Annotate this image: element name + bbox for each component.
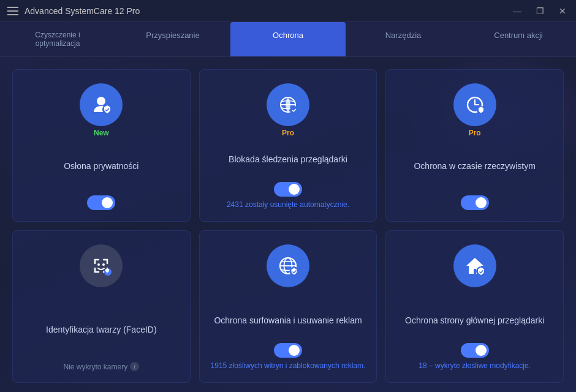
browser-tracking-icon-wrapper [267, 83, 309, 126]
browser-tracking-toggle[interactable] [274, 182, 302, 197]
surf-status: 1915 złośliwych witryn i zablokowanych r… [211, 361, 366, 371]
faceid-icon [90, 255, 112, 277]
svg-point-8 [97, 263, 100, 266]
card-homepage: - Ochrona strony głównej przeglądarki 18… [385, 230, 564, 383]
cards-grid: New Osłona prywatności [12, 69, 564, 383]
realtime-title: Ochrona w czasie rzeczywistym [414, 160, 535, 173]
surf-toggle[interactable] [274, 343, 302, 358]
no-camera-text: Nie wykryto kamery [63, 363, 127, 371]
info-icon[interactable]: i [130, 362, 139, 371]
app-title: Advanced SystemCare 12 Pro [25, 6, 140, 16]
realtime-toggle[interactable] [461, 195, 489, 210]
homepage-bottom: 18 – wykryte złośliwe modyfikacje. [396, 343, 553, 371]
realtime-badge: Pro [469, 129, 481, 137]
homepage-toggle[interactable] [461, 343, 489, 358]
card-surf-protection: - Ochrona surfowania i usuwanie reklam 1… [199, 230, 377, 383]
privacy-shield-toggle[interactable] [87, 195, 115, 210]
card-faceid: - Identyfikacja twarzy (FaceID) Nie wykr… [12, 230, 191, 383]
tab-tools[interactable]: Narzędzia [346, 22, 461, 56]
title-bar-left: Advanced SystemCare 12 Pro [7, 6, 140, 16]
privacy-shield-bottom [23, 195, 180, 210]
surf-title: Ochrona surfowania i usuwanie reklam [214, 315, 362, 327]
nav-tabs: Czyszczenie i optymalizacja Przyspieszan… [0, 22, 576, 57]
svg-point-0 [97, 97, 105, 105]
browser-tracking-bottom: 2431 zostały usunięte automatycznie. [210, 182, 367, 210]
window-controls: — ❐ ✕ [510, 6, 569, 16]
privacy-shield-badge: New [94, 129, 109, 137]
no-camera-status: Nie wykryto kamery i [63, 362, 139, 371]
menu-button[interactable] [7, 7, 18, 15]
tab-clean[interactable]: Czyszczenie i optymalizacja [0, 22, 115, 56]
browser-tracking-title: Blokada śledzenia przeglądarki [229, 154, 347, 166]
faceid-icon-wrapper [80, 244, 123, 287]
home-shield-icon [464, 255, 486, 277]
minimize-button[interactable]: — [510, 6, 524, 16]
tab-action[interactable]: Centrum akcji [461, 22, 576, 56]
person-shield-icon [90, 94, 112, 116]
tab-speed[interactable]: Przyspieszanie [115, 22, 230, 56]
clock-shield-icon [464, 94, 486, 116]
realtime-icon-wrapper [453, 83, 496, 126]
faceid-bottom: Nie wykryto kamery i [23, 362, 180, 371]
tab-protect[interactable]: Ochrona [230, 22, 346, 56]
main-content: New Osłona prywatności [0, 57, 576, 392]
homepage-status: 18 – wykryte złośliwe modyfikacje. [419, 361, 531, 371]
maximize-button[interactable]: ❐ [534, 6, 547, 16]
svg-point-9 [102, 263, 105, 266]
homepage-icon-wrapper [453, 244, 496, 287]
card-privacy-shield: New Osłona prywatności [12, 69, 191, 222]
surf-bottom: 1915 złośliwych witryn i zablokowanych r… [210, 343, 367, 371]
browser-tracking-badge: Pro [282, 129, 294, 137]
faceid-title: Identyfikacja twarzy (FaceID) [46, 324, 157, 336]
surf-icon-wrapper [267, 244, 309, 287]
globe-shield-icon [277, 255, 299, 277]
close-button[interactable]: ✕ [556, 6, 569, 16]
homepage-title: Ochrona strony głównej przeglądarki [405, 315, 544, 327]
privacy-shield-title: Osłona prywatności [64, 160, 138, 173]
browser-tracking-status: 2431 zostały usunięte automatycznie. [227, 200, 349, 210]
browser-tracking-icon [277, 94, 299, 116]
card-browser-tracking: Pro Blokada śledzenia przeglądarki 2431 … [199, 69, 377, 222]
privacy-shield-icon-wrapper [80, 83, 123, 126]
card-realtime: Pro Ochrona w czasie rzeczywistym [385, 69, 564, 222]
realtime-bottom [396, 195, 553, 210]
title-bar: Advanced SystemCare 12 Pro — ❐ ✕ [0, 0, 576, 22]
